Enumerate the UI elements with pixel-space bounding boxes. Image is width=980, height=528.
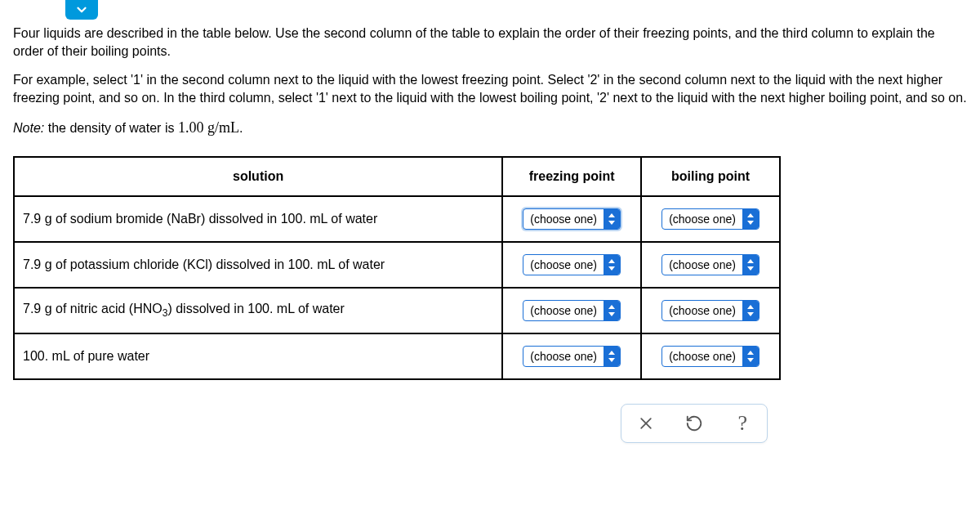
select-label: (choose one) (662, 213, 742, 226)
boiling-point-cell: (choose one) (641, 242, 780, 288)
select-arrow (742, 347, 759, 366)
svg-marker-10 (747, 305, 754, 309)
header-freezing-point: freezing point (502, 157, 641, 196)
select-arrow (604, 347, 620, 366)
question-content: Four liquids are described in the table … (0, 0, 980, 380)
svg-marker-7 (747, 266, 754, 271)
svg-marker-5 (608, 266, 615, 271)
svg-marker-6 (747, 259, 754, 263)
header-solution: solution (14, 157, 502, 196)
updown-icon (746, 305, 755, 316)
table-row: 100. mL of pure water(choose one)(choose… (14, 333, 780, 379)
instructions-paragraph-1: Four liquids are described in the table … (13, 25, 967, 60)
solution-cell: 7.9 g of nitric acid (HNO3) dissolved in… (14, 288, 502, 333)
updown-icon (746, 351, 755, 362)
select-label: (choose one) (662, 304, 742, 317)
question-mark-icon: ? (738, 411, 748, 436)
svg-marker-1 (608, 221, 615, 225)
updown-icon (746, 213, 755, 225)
instructions-paragraph-2: For example, select '1' in the second co… (13, 71, 967, 106)
rank-select[interactable]: (choose one) (662, 254, 760, 275)
svg-marker-9 (608, 312, 615, 316)
note-text: the density of water is (44, 121, 178, 135)
updown-icon (608, 259, 616, 271)
note-label: Note: (13, 121, 44, 135)
svg-marker-15 (747, 358, 754, 362)
svg-marker-12 (608, 351, 615, 355)
rank-select[interactable]: (choose one) (523, 300, 621, 321)
rank-select[interactable]: (choose one) (662, 208, 760, 230)
select-label: (choose one) (523, 213, 604, 226)
svg-marker-0 (608, 213, 615, 217)
select-label: (choose one) (523, 258, 604, 271)
rank-select[interactable]: (choose one) (523, 254, 621, 275)
freezing-point-cell: (choose one) (502, 288, 641, 333)
solution-cell: 7.9 g of potassium chloride (KCl) dissol… (14, 242, 502, 288)
svg-marker-13 (608, 358, 615, 362)
clear-button[interactable] (630, 407, 662, 440)
action-bar: ? (621, 404, 768, 443)
select-arrow (742, 301, 759, 320)
solution-cell: 7.9 g of sodium bromide (NaBr) dissolved… (14, 196, 502, 242)
svg-marker-14 (747, 351, 754, 355)
density-value: 1.00 g/mL (178, 119, 239, 136)
boiling-point-cell: (choose one) (641, 288, 780, 333)
chevron-down-icon (74, 2, 89, 17)
updown-icon (608, 305, 616, 316)
svg-marker-11 (747, 312, 754, 316)
select-arrow (604, 209, 620, 229)
solution-cell: 100. mL of pure water (14, 333, 502, 379)
svg-marker-4 (608, 259, 615, 263)
select-arrow (604, 255, 620, 275)
svg-marker-3 (747, 221, 754, 225)
rank-select[interactable]: (choose one) (523, 208, 621, 230)
help-button[interactable]: ? (726, 407, 759, 440)
table-row: 7.9 g of nitric acid (HNO3) dissolved in… (14, 288, 780, 333)
header-boiling-point: boiling point (641, 157, 780, 196)
updown-icon (608, 213, 616, 225)
updown-icon (746, 259, 755, 271)
rank-select[interactable]: (choose one) (662, 346, 760, 367)
freezing-point-cell: (choose one) (502, 333, 641, 379)
svg-marker-8 (608, 305, 615, 309)
instructions-note: Note: the density of water is 1.00 g/mL. (13, 118, 967, 137)
table-row: 7.9 g of potassium chloride (KCl) dissol… (14, 242, 780, 288)
select-label: (choose one) (662, 350, 742, 363)
select-arrow (742, 209, 759, 229)
updown-icon (608, 351, 616, 362)
freezing-point-cell: (choose one) (502, 242, 641, 288)
expand-toggle-button[interactable] (65, 0, 98, 20)
rank-select[interactable]: (choose one) (662, 300, 760, 321)
note-period: . (239, 121, 243, 135)
select-label: (choose one) (523, 304, 604, 317)
instructions-block: Four liquids are described in the table … (13, 25, 967, 138)
select-label: (choose one) (523, 350, 604, 363)
boiling-point-cell: (choose one) (641, 333, 780, 379)
rank-select[interactable]: (choose one) (523, 346, 621, 367)
reset-button[interactable] (678, 407, 710, 440)
close-icon (638, 415, 654, 432)
boiling-point-cell: (choose one) (641, 196, 780, 242)
select-arrow (742, 255, 759, 275)
undo-icon (685, 414, 703, 432)
select-label: (choose one) (662, 258, 742, 271)
table-row: 7.9 g of sodium bromide (NaBr) dissolved… (14, 196, 780, 242)
solution-table: solution freezing point boiling point 7.… (13, 156, 781, 380)
select-arrow (604, 301, 620, 320)
svg-marker-2 (747, 213, 754, 217)
freezing-point-cell: (choose one) (502, 196, 641, 242)
